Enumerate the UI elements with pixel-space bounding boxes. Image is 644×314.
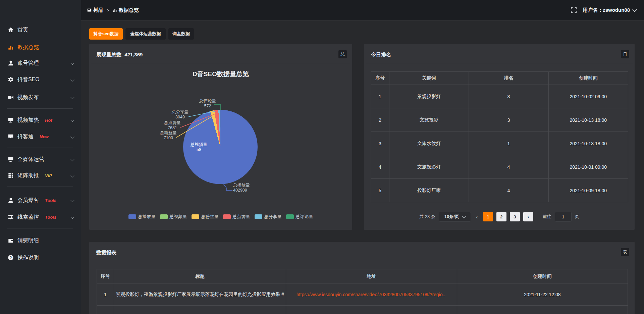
prev-page-button[interactable]: ‹: [474, 212, 480, 221]
column-header: 排名: [469, 72, 548, 85]
sidebar-item-7[interactable]: 抖客通New: [0, 133, 81, 141]
legend-item-6[interactable]: 总评论量: [286, 214, 313, 220]
ranking-panel: 今日排名 日 序号关键词排名创建时间1景观投影灯32021-10-02 09:0…: [364, 44, 635, 230]
sidebar: 首页数据总览账号管理抖音SEO视频发布视频加热Hot抖客通New全媒体运营矩阵助…: [0, 0, 81, 314]
pie-label-likes: 总点赞量7681: [154, 120, 191, 130]
report-panel: 数据报表 表 序号 标题 地址 创建时间 1 景观投影灯，夜游景观投影灯厂家展示…: [89, 242, 635, 314]
gear-icon: [7, 76, 14, 83]
username-label: 用户名：zswodun88: [583, 7, 630, 13]
sidebar-item-3[interactable]: 账号管理: [0, 59, 81, 67]
column-header: 地址: [286, 269, 457, 283]
table-cell: 3: [469, 85, 548, 108]
total-count-label: 共 23 条: [419, 214, 435, 220]
sliders-icon: [7, 214, 14, 220]
cell-video-link[interactable]: https://www.iesdouyin.com/share/video/70…: [286, 283, 457, 305]
legend-swatch: [160, 214, 168, 219]
table-header-row: 序号关键词排名创建时间: [371, 72, 628, 85]
legend-item-5[interactable]: 总分享量: [255, 214, 282, 220]
page-button-3[interactable]: 3: [510, 212, 520, 221]
topbar: SHUPIN 树品 树品 > 数据总览 用户名：zswodun88: [0, 0, 644, 20]
table-row: [97, 306, 628, 314]
sidebar-item-2[interactable]: 数据总览: [0, 43, 81, 51]
table-cell: 2021-10-13 18:00: [549, 108, 628, 132]
video-camera-icon: [7, 94, 14, 101]
page-button-2[interactable]: 2: [496, 212, 506, 221]
sidebar-item-12[interactable]: 消费明细: [0, 237, 81, 245]
sidebar-divider: [7, 228, 73, 228]
chevron-down-icon: [70, 77, 74, 81]
user-menu[interactable]: 用户名：zswodun88: [583, 7, 636, 13]
chart-legend: 总播放量总视频量总粉丝量总点赞量总分享量总评论量: [89, 214, 352, 220]
sidebar-item-label: 视频加热: [17, 117, 39, 124]
next-page-button[interactable]: ›: [523, 212, 533, 221]
cell-index: [97, 306, 114, 314]
page-buttons: 123: [483, 212, 520, 221]
sidebar-item-10[interactable]: 会员爆客Tools: [0, 196, 81, 204]
goto-page-input[interactable]: 1: [555, 212, 572, 222]
legend-item-3[interactable]: 总粉丝量: [192, 214, 219, 220]
legend-label: 总点赞量: [233, 214, 250, 220]
table-cell: 2: [371, 108, 389, 132]
table-row: 2文旅投影32021-10-13 18:00: [371, 108, 628, 132]
table-cell: 文旅投影灯: [389, 155, 469, 178]
sidebar-item-4[interactable]: 抖音SEO: [0, 75, 81, 84]
cell-title: 景观投影灯，夜游景观投影灯厂家展示展示落花灯在花园里的灯光投影应用效果 #: [114, 283, 286, 305]
badge: Tools: [45, 215, 56, 220]
sidebar-item-label: 线索监控: [17, 214, 39, 221]
tab-3[interactable]: 询盘数据: [168, 28, 194, 40]
table-cell: 2021-10-01 09:00: [549, 155, 628, 178]
legend-label: 总粉丝量: [201, 214, 219, 220]
chart-bars-icon: [7, 44, 14, 51]
chevron-down-icon: [70, 157, 74, 161]
chevron-down-icon: [70, 173, 74, 177]
breadcrumb-separator: >: [107, 8, 109, 13]
pie-label-videos: 总视频量58: [180, 142, 217, 152]
day-toggle-button[interactable]: 日: [621, 50, 629, 58]
fullscreen-icon[interactable]: [571, 7, 577, 13]
sidebar-item-13[interactable]: ?操作说明: [0, 254, 81, 262]
sidebar-item-label: 抖客通: [17, 133, 34, 140]
breadcrumb-item-shupin[interactable]: 树品: [93, 7, 103, 13]
table-cell: 4: [371, 155, 389, 178]
tab-2[interactable]: 全媒体运营数据: [125, 28, 166, 40]
table-cell: 景观投影灯: [389, 85, 469, 108]
sidebar-item-11[interactable]: 线索监控Tools: [0, 213, 81, 221]
badge: Hot: [45, 118, 52, 123]
table-cell: 文旅水纹灯: [389, 132, 469, 155]
legend-label: 总播放量: [138, 214, 156, 220]
sidebar-item-5[interactable]: 视频发布: [0, 93, 81, 101]
page-button-1[interactable]: 1: [483, 212, 493, 221]
sidebar-item-1[interactable]: 首页: [0, 26, 81, 34]
question-circle-icon: ?: [7, 255, 14, 261]
monitor-icon: [7, 117, 14, 123]
page-size-select[interactable]: 10条/页: [439, 212, 471, 222]
legend-swatch: [255, 214, 262, 219]
user-icon: [7, 197, 14, 204]
home-icon: [7, 27, 14, 33]
cell-created-time: 2021-11-22 12:08: [457, 283, 628, 305]
cell-video-link: [286, 306, 457, 314]
column-header: 序号: [97, 269, 114, 283]
total-toggle-button[interactable]: 总: [338, 50, 347, 58]
legend-swatch: [223, 214, 231, 219]
sidebar-item-label: 会员爆客: [17, 197, 39, 204]
sidebar-item-label: 全媒体运营: [17, 156, 44, 163]
legend-item-2[interactable]: 总视频量: [160, 214, 187, 220]
table-toggle-button[interactable]: 表: [621, 248, 629, 256]
sidebar-item-9[interactable]: 矩阵助推VIP: [0, 171, 81, 179]
tab-1[interactable]: 抖音seo数据: [89, 28, 123, 40]
breadcrumb-item-overview[interactable]: 数据总览: [119, 7, 139, 13]
legend-item-4[interactable]: 总点赞量: [223, 214, 250, 220]
chevron-down-icon: [70, 61, 74, 65]
breadcrumb: 树品 > 数据总览: [87, 0, 139, 20]
chevron-down-icon: [70, 215, 74, 219]
sidebar-divider: [7, 148, 73, 148]
sidebar-item-6[interactable]: 视频加热Hot: [0, 116, 81, 124]
sidebar-item-label: 消费明细: [17, 237, 39, 244]
sidebar-item-8[interactable]: 全媒体运营: [0, 155, 81, 163]
sidebar-item-label: 视频发布: [17, 94, 39, 101]
divider: [91, 262, 633, 262]
legend-item-1[interactable]: 总播放量: [128, 214, 156, 220]
table-cell: 3: [469, 108, 548, 132]
table-cell: 4: [469, 155, 548, 178]
